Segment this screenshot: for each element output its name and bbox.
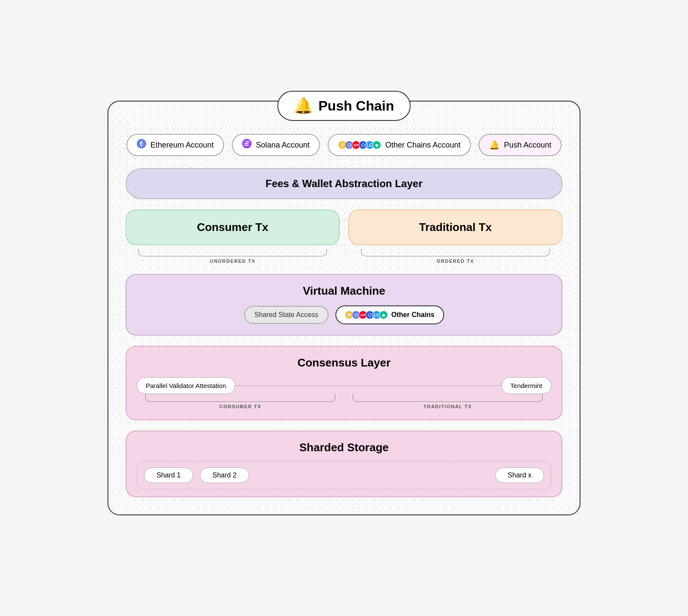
green-icon: ◆: [372, 141, 381, 149]
push-chain-title: Push Chain: [318, 98, 394, 114]
shared-state-label: Shared State Access: [255, 311, 319, 318]
parallel-validator-label: Parallel Validator Attestation: [146, 382, 226, 389]
tendermint-box: Tendermint: [501, 377, 551, 394]
consensus-layer: Consensus Layer Parallel Validator Attes…: [126, 346, 562, 420]
tx-row: Consumer Tx Traditional Tx: [126, 209, 562, 245]
unordered-tx-label: UNORDERED TX: [126, 259, 340, 264]
shard-1-badge: Shard 1: [144, 468, 193, 483]
consumer-tx-label: Consumer Tx: [197, 221, 268, 234]
ethereum-account-label: Ethereum Account: [150, 141, 214, 150]
shard-2-label: Shard 2: [212, 471, 236, 479]
other-chains-account-label: Other Chains Account: [385, 141, 461, 150]
consensus-labels-row: CONSUMER TX TRADITIONAL TX: [137, 394, 551, 409]
main-diagram: 🔔 Push Chain Ethereum Account: [108, 101, 580, 515]
vm-inner-row: Shared State Access B ⬡ OP ⬡ LC ◆ Other …: [137, 305, 551, 324]
vm-layer: Virtual Machine Shared State Access B ⬡ …: [126, 274, 562, 336]
traditional-tx-label: Traditional Tx: [419, 221, 491, 234]
other-chains-account-badge: B ⬡ OP ⬡ LC ◆ Other Chains Account: [328, 134, 471, 156]
push-account-badge: 🔔 Push Account: [479, 134, 562, 156]
other-chains-vm-label: Other Chains: [391, 311, 434, 319]
shard-x-label: Shard x: [508, 471, 531, 479]
unordered-tx-container: UNORDERED TX: [126, 249, 340, 264]
traditional-tx-bracket-container: TRADITIONAL TX: [344, 394, 551, 409]
fees-layer-label: Fees & Wallet Abstraction Layer: [266, 178, 423, 189]
ordered-bracket: [361, 249, 550, 256]
vm-multi-chain-icons: B ⬡ OP ⬡ LC ◆: [345, 311, 388, 319]
consumer-tx-box: Consumer Tx: [126, 209, 340, 245]
shared-state-badge: Shared State Access: [244, 306, 329, 324]
solana-account-label: Solana Account: [256, 141, 310, 150]
sharded-storage-layer: Sharded Storage Shard 1 Shard 2 Shard x: [126, 431, 562, 497]
sharded-storage-title: Sharded Storage: [137, 441, 551, 454]
fees-layer: Fees & Wallet Abstraction Layer: [126, 168, 562, 199]
shards-container: Shard 1 Shard 2 Shard x: [137, 461, 551, 490]
push-account-label: Push Account: [504, 141, 551, 150]
tx-label-row: UNORDERED TX ORDERED TX: [126, 249, 562, 264]
consumer-tx-bracket: [145, 394, 335, 402]
solana-account-badge: Solana Account: [232, 134, 320, 156]
multi-chain-icons: B ⬡ OP ⬡ LC ◆: [338, 141, 381, 149]
shard-x-badge: Shard x: [495, 468, 544, 483]
traditional-tx-box: Traditional Tx: [348, 209, 562, 245]
ethereum-icon: [137, 139, 146, 151]
consensus-inner: Parallel Validator Attestation Tendermin…: [137, 377, 551, 394]
push-chain-header: 🔔 Push Chain: [126, 91, 562, 121]
other-chains-vm-badge: B ⬡ OP ⬡ LC ◆ Other Chains: [335, 305, 444, 324]
ethereum-account-badge: Ethereum Account: [126, 134, 224, 156]
traditional-tx-bracket: [353, 394, 543, 402]
consumer-tx-consensus-label: CONSUMER TX: [137, 404, 344, 409]
consumer-tx-bracket-container: CONSUMER TX: [137, 394, 344, 409]
shard-1-label: Shard 1: [157, 471, 181, 479]
push-account-bell-icon: 🔔: [489, 140, 500, 150]
parallel-validator-box: Parallel Validator Attestation: [137, 377, 235, 394]
traditional-tx-consensus-label: TRADITIONAL TX: [344, 404, 551, 409]
tendermint-label: Tendermint: [510, 382, 542, 389]
accounts-row: Ethereum Account Solana Account B ⬡ OP ⬡…: [126, 134, 562, 156]
vm-title: Virtual Machine: [137, 284, 551, 298]
solana-icon: [242, 139, 252, 151]
push-chain-bell-icon: 🔔: [294, 97, 313, 115]
shard-2-badge: Shard 2: [200, 468, 249, 483]
push-chain-badge: 🔔 Push Chain: [277, 91, 410, 121]
ordered-tx-container: ORDERED TX: [348, 249, 562, 264]
unordered-bracket: [138, 249, 327, 256]
consensus-title: Consensus Layer: [137, 356, 551, 370]
ordered-tx-label: ORDERED TX: [348, 259, 562, 264]
vm-green-icon: ◆: [379, 311, 388, 319]
consensus-line: [235, 385, 501, 386]
